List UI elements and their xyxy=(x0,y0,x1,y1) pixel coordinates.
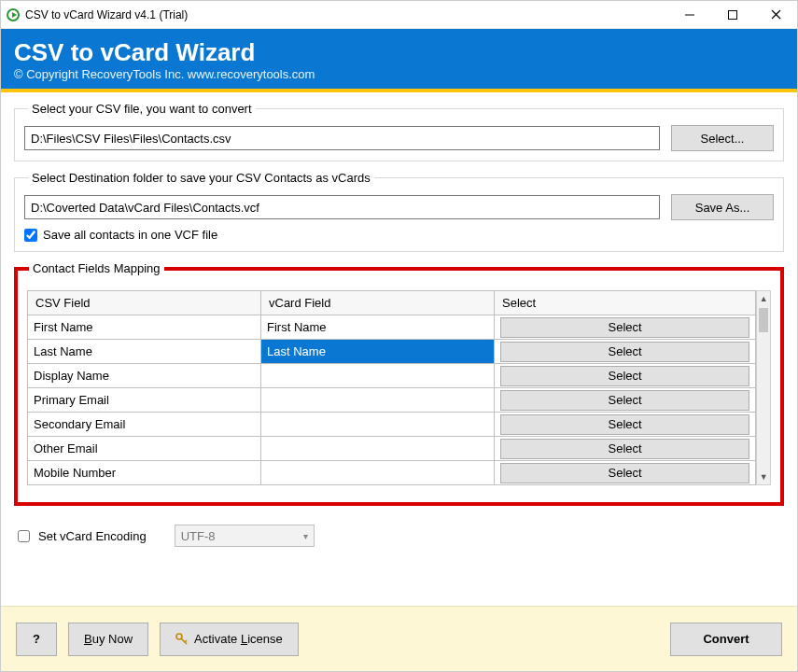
key-icon xyxy=(175,633,189,646)
encoding-value: UTF-8 xyxy=(181,529,216,543)
col-vcard-field[interactable]: vCard Field xyxy=(261,291,495,315)
activate-license-button[interactable]: Activate License xyxy=(160,623,299,656)
encoding-checkbox[interactable] xyxy=(18,530,30,542)
select-cell: Select xyxy=(495,461,756,485)
select-cell: Select xyxy=(495,413,756,437)
convert-button[interactable]: Convert xyxy=(670,623,782,656)
col-select[interactable]: Select xyxy=(495,291,756,315)
encoding-select[interactable]: UTF-8 ▾ xyxy=(175,525,315,547)
table-row[interactable]: Display NameSelect xyxy=(28,364,756,388)
col-csv-field[interactable]: CSV Field xyxy=(28,291,261,315)
mapping-group: Contact Fields Mapping CSV Field vCard F… xyxy=(14,261,784,506)
save-all-checkbox[interactable] xyxy=(24,229,37,242)
select-mapping-button[interactable]: Select xyxy=(500,439,749,459)
select-cell: Select xyxy=(495,315,756,340)
csv-field-cell[interactable]: Primary Email xyxy=(28,388,261,413)
vcard-field-cell[interactable] xyxy=(261,461,495,485)
table-row[interactable]: Mobile NumberSelect xyxy=(28,461,756,485)
banner-title: CSV to vCard Wizard xyxy=(14,38,784,67)
csv-field-cell[interactable]: Secondary Email xyxy=(28,413,261,437)
select-cell: Select xyxy=(495,340,756,364)
select-mapping-button[interactable]: Select xyxy=(500,366,749,386)
csv-field-cell[interactable]: Display Name xyxy=(28,364,261,388)
titlebar: CSV to vCard Wizard v4.1 (Trial) xyxy=(1,1,797,29)
chevron-down-icon: ▾ xyxy=(303,531,308,541)
save-all-label[interactable]: Save all contacts in one VCF file xyxy=(43,228,217,242)
vcard-field-cell[interactable]: First Name xyxy=(261,315,495,340)
scroll-down-icon[interactable]: ▼ xyxy=(757,469,770,484)
destination-legend: Select Destination folder to save your C… xyxy=(28,171,374,185)
minimize-button[interactable] xyxy=(668,1,711,29)
buy-now-button[interactable]: Buy Now xyxy=(68,623,148,656)
vcard-field-cell[interactable] xyxy=(261,437,495,461)
destination-group: Select Destination folder to save your C… xyxy=(14,171,784,252)
scroll-thumb[interactable] xyxy=(759,308,768,332)
select-mapping-button[interactable]: Select xyxy=(500,390,749,411)
close-button[interactable] xyxy=(754,1,797,29)
select-cell: Select xyxy=(495,388,756,413)
table-row[interactable]: Secondary EmailSelect xyxy=(28,413,756,437)
csv-field-cell[interactable]: Last Name xyxy=(28,340,261,364)
mapping-legend: Contact Fields Mapping xyxy=(29,261,164,275)
select-mapping-button[interactable]: Select xyxy=(500,342,749,362)
destination-path-input[interactable] xyxy=(24,195,660,219)
svg-rect-1 xyxy=(729,10,737,19)
csv-field-cell[interactable]: Other Email xyxy=(28,437,261,461)
source-group: Select your CSV file, you want to conver… xyxy=(14,102,784,161)
select-source-button[interactable]: Select... xyxy=(671,125,774,151)
scroll-up-icon[interactable]: ▲ xyxy=(757,291,770,306)
banner-subtitle: © Copyright RecoveryTools Inc. www.recov… xyxy=(14,67,784,81)
banner: CSV to vCard Wizard © Copyright Recovery… xyxy=(1,29,797,92)
help-button[interactable]: ? xyxy=(16,623,57,656)
table-row[interactable]: First NameFirst NameSelect xyxy=(28,315,756,340)
select-mapping-button[interactable]: Select xyxy=(500,463,749,483)
source-path-input[interactable] xyxy=(24,126,660,150)
vcard-field-cell[interactable] xyxy=(261,364,495,388)
vcard-field-cell[interactable] xyxy=(261,388,495,413)
footer: ? Buy Now Activate License Convert xyxy=(1,606,797,671)
select-cell: Select xyxy=(495,364,756,388)
table-row[interactable]: Other EmailSelect xyxy=(28,437,756,461)
save-as-button[interactable]: Save As... xyxy=(671,194,774,220)
app-icon xyxy=(7,8,20,21)
mapping-scrollbar[interactable]: ▲ ▼ xyxy=(756,290,771,485)
select-cell: Select xyxy=(495,437,756,461)
mapping-table: CSV Field vCard Field Select First NameF… xyxy=(27,290,756,485)
window-title: CSV to vCard Wizard v4.1 (Trial) xyxy=(25,8,188,21)
csv-field-cell[interactable]: First Name xyxy=(28,315,261,340)
vcard-field-cell[interactable] xyxy=(261,413,495,437)
select-mapping-button[interactable]: Select xyxy=(500,414,749,435)
csv-field-cell[interactable]: Mobile Number xyxy=(28,461,261,485)
vcard-field-cell[interactable]: Last Name xyxy=(261,340,495,364)
source-legend: Select your CSV file, you want to conver… xyxy=(28,102,256,116)
select-mapping-button[interactable]: Select xyxy=(500,317,749,338)
maximize-button[interactable] xyxy=(711,1,754,29)
table-row[interactable]: Primary EmailSelect xyxy=(28,388,756,413)
encoding-label[interactable]: Set vCard Encoding xyxy=(38,529,147,543)
encoding-row: Set vCard Encoding UTF-8 ▾ xyxy=(14,525,784,547)
table-row[interactable]: Last NameLast NameSelect xyxy=(28,340,756,364)
svg-line-6 xyxy=(185,640,187,642)
